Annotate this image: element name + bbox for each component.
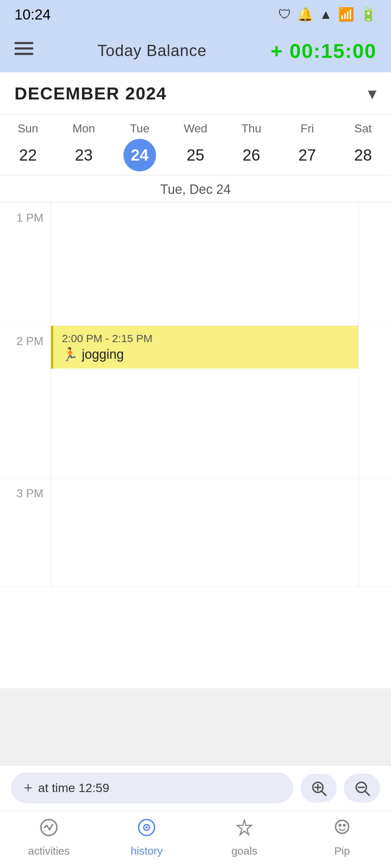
day-name-sat: Sat: [354, 122, 372, 135]
bottom-nav: activities history goals: [0, 811, 391, 868]
day-num-wed: 25: [179, 139, 212, 171]
svg-point-17: [343, 824, 346, 827]
svg-line-8: [365, 791, 369, 795]
time-slot-3pm: 3 PM: [0, 478, 391, 587]
day-name-sun: Sun: [18, 122, 38, 135]
day-num-sun: 22: [12, 139, 44, 171]
status-icons: 🛡 🔔 ▲ 📶 🔋: [278, 7, 377, 22]
day-col-wed[interactable]: Wed 25: [172, 122, 219, 171]
pip-label: Pip: [334, 845, 350, 857]
day-name-tue: Tue: [130, 122, 150, 135]
calendar-header: DECEMBER 2024 ▾: [0, 72, 391, 115]
event-title: 🏃 jogging: [62, 347, 350, 362]
day-num-mon: 23: [67, 139, 100, 171]
nav-item-history[interactable]: history: [114, 818, 179, 857]
week-row: Sun 22 Mon 23 Tue 24 Wed 25 Thu 26 Fri 2…: [0, 115, 391, 175]
event-time-text: 2:00 PM - 2:15 PM: [62, 332, 350, 345]
time-slot-1pm: 1 PM: [0, 203, 391, 326]
plus-icon: +: [24, 780, 32, 796]
day-col-sat[interactable]: Sat 28: [340, 122, 387, 171]
status-bar: 10:24 🛡 🔔 ▲ 📶 🔋: [0, 0, 391, 29]
day-name-mon: Mon: [72, 122, 95, 135]
svg-rect-0: [14, 42, 33, 44]
svg-rect-2: [14, 53, 33, 55]
time-slot-2pm: 2 PM 2:00 PM - 2:15 PM 🏃 jogging: [0, 326, 391, 478]
wifi-icon: ▲: [319, 7, 332, 22]
svg-line-4: [321, 791, 326, 795]
day-num-thu: 26: [235, 139, 268, 171]
slot-body-2pm: 2:00 PM - 2:15 PM 🏃 jogging: [51, 326, 358, 478]
nav-item-activities[interactable]: activities: [16, 818, 81, 857]
activities-icon: [39, 818, 58, 841]
time-label-3pm: 3 PM: [0, 478, 51, 587]
slot-body-3pm: [51, 478, 358, 587]
svg-point-16: [339, 824, 341, 827]
day-col-fri[interactable]: Fri 27: [284, 122, 331, 171]
shield-icon: 🛡: [278, 7, 291, 22]
day-name-thu: Thu: [241, 122, 261, 135]
header-balance: + 00:15:00: [271, 39, 377, 63]
history-label: history: [131, 845, 163, 857]
svg-point-13: [146, 826, 148, 829]
pip-icon: [333, 818, 352, 841]
day-col-tue[interactable]: Tue 24: [116, 122, 163, 171]
slot-right-1pm: [358, 203, 391, 326]
menu-icon[interactable]: [14, 39, 33, 62]
day-num-fri: 27: [291, 139, 324, 171]
history-icon: [137, 818, 156, 841]
day-name-fri: Fri: [300, 122, 314, 135]
header-title: Today Balance: [97, 42, 207, 60]
signal-icon: 📶: [338, 7, 354, 22]
goals-label: goals: [231, 845, 257, 857]
app-header: Today Balance + 00:15:00: [0, 29, 391, 72]
bottom-toolbar: + at time 12:59: [0, 765, 391, 868]
nav-item-pip[interactable]: Pip: [310, 818, 375, 857]
time-label-2pm: 2 PM: [0, 326, 51, 478]
add-event-bar: + at time 12:59: [0, 765, 391, 811]
event-jogging[interactable]: 2:00 PM - 2:15 PM 🏃 jogging: [51, 326, 358, 369]
zoom-in-button[interactable]: [300, 774, 337, 803]
day-col-mon[interactable]: Mon 23: [60, 122, 107, 171]
main-content: DECEMBER 2024 ▾ Sun 22 Mon 23 Tue 24 Wed…: [0, 72, 391, 688]
add-event-button[interactable]: + at time 12:59: [11, 773, 293, 803]
time-label-1pm: 1 PM: [0, 203, 51, 326]
activities-label: activities: [28, 845, 70, 857]
slot-body-1pm: [51, 203, 358, 326]
svg-rect-1: [14, 47, 33, 50]
svg-point-15: [336, 820, 349, 833]
svg-marker-14: [237, 820, 252, 835]
zoom-out-button[interactable]: [344, 774, 380, 803]
slot-right-3pm: [358, 478, 391, 587]
day-num-sat: 28: [347, 139, 379, 171]
notification-icon: 🔔: [297, 7, 314, 22]
add-event-label: at time 12:59: [38, 781, 109, 795]
nav-item-goals[interactable]: goals: [212, 818, 277, 857]
status-time: 10:24: [14, 7, 51, 23]
goals-icon: [235, 818, 254, 841]
day-num-tue: 24: [123, 139, 156, 171]
slot-right-2pm: [358, 326, 391, 478]
day-name-wed: Wed: [184, 122, 207, 135]
day-col-thu[interactable]: Thu 26: [228, 122, 275, 171]
day-col-sun[interactable]: Sun 22: [4, 122, 51, 171]
battery-icon: 🔋: [360, 7, 377, 22]
expand-calendar-icon[interactable]: ▾: [368, 83, 377, 103]
selected-date-label: Tue, Dec 24: [0, 175, 391, 203]
calendar-month-title: DECEMBER 2024: [14, 84, 167, 103]
